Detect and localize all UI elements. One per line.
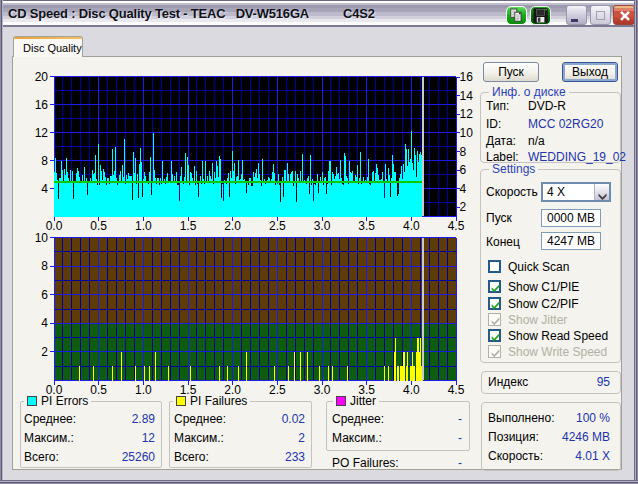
svg-text:0.5: 0.5: [90, 219, 107, 233]
svg-text:3.0: 3.0: [314, 383, 331, 397]
svg-text:8: 8: [460, 145, 467, 159]
svg-text:1.5: 1.5: [180, 219, 197, 233]
svg-text:4.0: 4.0: [403, 383, 420, 397]
svg-text:1.0: 1.0: [135, 219, 152, 233]
svg-text:8: 8: [41, 259, 48, 273]
svg-text:12: 12: [460, 107, 474, 121]
svg-text:2.5: 2.5: [269, 219, 286, 233]
svg-text:2: 2: [460, 200, 467, 214]
svg-text:16: 16: [460, 70, 474, 84]
svg-text:6: 6: [41, 288, 48, 302]
svg-text:2: 2: [41, 345, 48, 359]
svg-text:4: 4: [460, 182, 467, 196]
svg-text:4: 4: [41, 182, 48, 196]
svg-text:3.0: 3.0: [314, 219, 331, 233]
svg-text:4.0: 4.0: [403, 219, 420, 233]
svg-text:0.5: 0.5: [90, 383, 107, 397]
svg-text:20: 20: [35, 70, 49, 84]
svg-text:0.0: 0.0: [46, 219, 63, 233]
svg-text:3.5: 3.5: [358, 219, 375, 233]
svg-text:2.0: 2.0: [224, 219, 241, 233]
svg-text:12: 12: [35, 126, 49, 140]
svg-text:2.5: 2.5: [269, 383, 286, 397]
svg-text:1.0: 1.0: [135, 383, 152, 397]
svg-text:10: 10: [460, 126, 474, 140]
svg-text:6: 6: [460, 163, 467, 177]
svg-text:4.5: 4.5: [448, 219, 465, 233]
svg-text:4.5: 4.5: [448, 383, 465, 397]
svg-text:16: 16: [35, 98, 49, 112]
svg-text:4: 4: [41, 316, 48, 330]
svg-text:8: 8: [41, 154, 48, 168]
svg-text:14: 14: [460, 89, 474, 103]
